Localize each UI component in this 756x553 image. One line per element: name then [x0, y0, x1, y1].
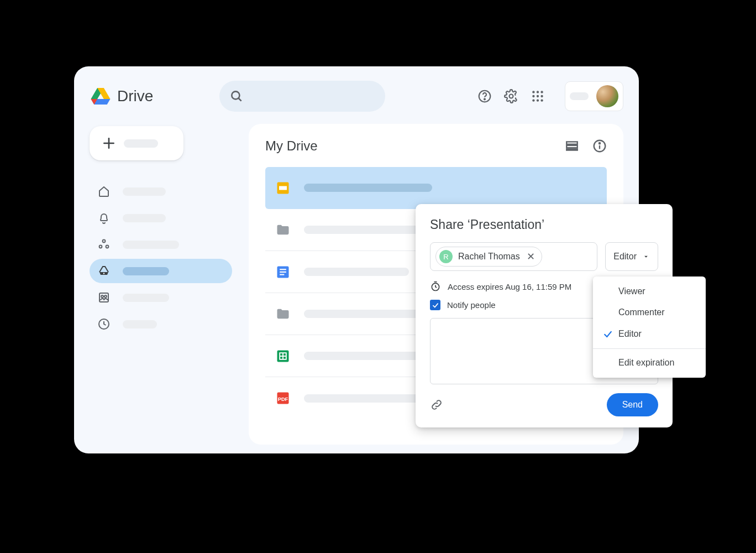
svg-point-12 [537, 99, 539, 101]
svg-point-9 [537, 95, 539, 97]
drive-logo-icon [90, 85, 112, 107]
svg-point-29 [599, 143, 600, 144]
sheet-icon [275, 348, 291, 364]
top-icons [477, 89, 545, 103]
top-bar: Drive [90, 81, 623, 112]
logo[interactable]: Drive [90, 85, 153, 107]
send-button[interactable]: Send [607, 393, 658, 416]
file-name-placeholder [304, 352, 432, 360]
account-switcher[interactable] [565, 81, 623, 111]
svg-rect-24 [566, 142, 578, 144]
svg-rect-20 [99, 293, 108, 302]
drive-icon [97, 264, 111, 278]
recipients-input[interactable]: R Rachel Thomas ✕ [430, 242, 597, 271]
file-row-slides[interactable] [265, 167, 607, 209]
folder-icon [275, 306, 291, 322]
copy-link-icon[interactable] [430, 398, 443, 411]
svg-point-7 [540, 91, 543, 93]
chevron-down-icon [642, 253, 650, 260]
edit-expiration-option[interactable]: Edit expiration [593, 352, 706, 373]
svg-point-8 [532, 95, 534, 97]
menu-separator [593, 348, 706, 349]
settings-gear-icon[interactable] [504, 89, 518, 103]
sidebar [90, 124, 232, 445]
home-icon [97, 185, 111, 198]
svg-point-18 [106, 246, 109, 248]
list-view-icon[interactable] [565, 139, 579, 153]
role-dropdown[interactable]: Editor [605, 242, 658, 271]
account-label-placeholder [570, 92, 589, 100]
share-dialog-title: Share ‘Presentation’ [430, 217, 658, 232]
sidebar-label-placeholder [123, 241, 179, 249]
app-name: Drive [117, 87, 153, 105]
svg-point-10 [540, 95, 543, 97]
svg-point-3 [484, 98, 485, 100]
check-icon [432, 301, 439, 309]
svg-point-5 [532, 91, 534, 93]
help-icon[interactable] [477, 89, 492, 103]
sidebar-label-placeholder [123, 320, 157, 328]
recipient-avatar: R [439, 250, 453, 263]
role-label: Editor [613, 252, 637, 262]
sidebar-label-placeholder [123, 214, 166, 222]
sidebar-item-home[interactable] [90, 179, 232, 204]
new-button[interactable] [90, 126, 183, 160]
sidebar-label-placeholder [123, 267, 169, 275]
sidebar-item-shared-with-me[interactable] [90, 232, 232, 257]
file-name-placeholder [304, 310, 432, 318]
svg-text:PDF: PDF [278, 397, 288, 402]
file-name-placeholder [304, 226, 432, 234]
notify-checkbox[interactable] [430, 300, 440, 310]
file-name-placeholder [304, 268, 409, 276]
search-icon [229, 89, 244, 103]
new-label-placeholder [124, 139, 158, 148]
svg-line-1 [239, 98, 242, 101]
svg-point-0 [232, 91, 240, 99]
info-icon[interactable] [592, 139, 607, 153]
role-option-editor[interactable]: Editor [593, 323, 706, 345]
svg-rect-26 [566, 149, 578, 150]
apps-grid-icon[interactable] [531, 89, 545, 103]
svg-point-13 [540, 99, 543, 101]
svg-point-21 [101, 295, 103, 298]
svg-point-17 [99, 246, 102, 248]
file-name-placeholder [304, 184, 432, 192]
svg-rect-31 [279, 186, 287, 190]
doc-icon [275, 264, 291, 280]
sidebar-item-activity[interactable] [90, 206, 232, 230]
svg-rect-33 [280, 269, 286, 270]
people-icon [97, 238, 111, 251]
role-option-viewer[interactable]: Viewer [593, 281, 706, 302]
user-avatar[interactable] [596, 85, 618, 107]
folder-icon [275, 222, 291, 238]
sidebar-item-shared-drives[interactable] [90, 285, 232, 310]
sidebar-item-recent[interactable] [90, 312, 232, 336]
bell-icon [97, 211, 111, 225]
content-title: My Drive [265, 138, 318, 154]
clock-icon [97, 317, 111, 331]
remove-recipient-icon[interactable]: ✕ [527, 251, 535, 263]
recipient-chip[interactable]: R Rachel Thomas ✕ [435, 247, 542, 267]
svg-point-4 [510, 95, 513, 98]
role-option-commenter[interactable]: Commenter [593, 302, 706, 323]
file-name-placeholder [304, 394, 432, 403]
search-input[interactable] [219, 81, 385, 112]
svg-rect-25 [566, 145, 578, 148]
timer-icon [430, 281, 441, 292]
notify-label: Notify people [447, 300, 496, 310]
svg-point-6 [537, 91, 539, 93]
sidebar-label-placeholder [123, 187, 166, 196]
svg-point-19 [103, 273, 104, 274]
sidebar-nav [90, 179, 232, 336]
svg-point-16 [103, 240, 106, 243]
sidebar-item-my-drive[interactable] [90, 259, 232, 283]
svg-rect-34 [280, 271, 286, 272]
sidebar-label-placeholder [123, 294, 169, 302]
content-header: My Drive [265, 136, 607, 156]
pdf-icon: PDF [275, 390, 291, 406]
recipient-name: Rachel Thomas [458, 252, 520, 262]
svg-point-11 [532, 99, 534, 101]
svg-rect-35 [280, 274, 284, 275]
check-icon [602, 328, 613, 340]
role-menu: Viewer Commenter Editor Edit expiration [593, 276, 706, 378]
